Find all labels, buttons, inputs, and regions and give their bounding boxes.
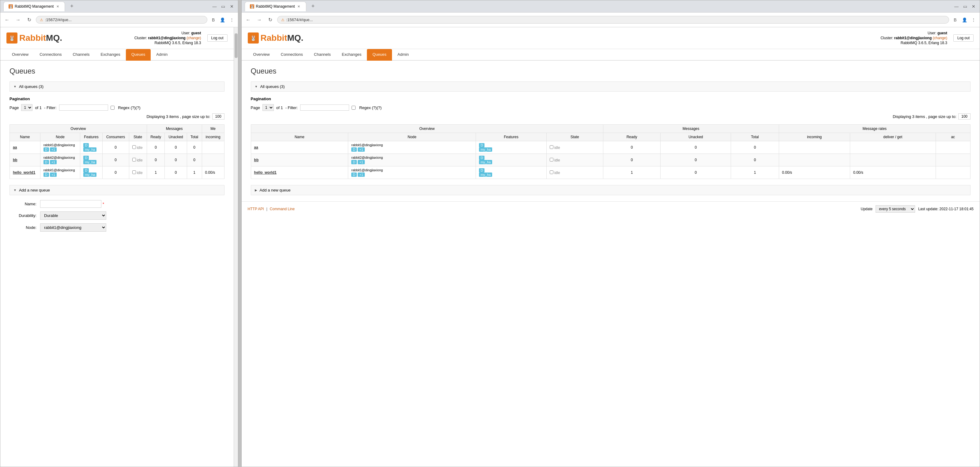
left-nav-queues[interactable]: Queues [126, 49, 151, 61]
right-th-unacked: Unacked [660, 133, 731, 141]
left-name-label: Name: [10, 202, 40, 206]
right-queue-name-hello[interactable]: hello_world1 [254, 171, 277, 175]
right-http-api-link[interactable]: HTTP API [248, 207, 264, 211]
left-node-label: Node: [10, 225, 40, 230]
left-tab[interactable]: 🐰 RabbitMQ Management ✕ [3, 2, 65, 11]
left-durable-select[interactable]: Durable Transient [40, 212, 106, 220]
left-new-tab[interactable]: + [67, 2, 76, 11]
right-page-select[interactable]: 1 [262, 104, 274, 111]
left-regex-checkbox[interactable] [111, 106, 115, 110]
right-user-info: User: guest Cluster: rabbit1@dingjiaxion… [880, 31, 947, 45]
left-state-check-bb[interactable] [132, 158, 136, 161]
right-settings-icon[interactable]: ⋮ [970, 16, 977, 24]
back-btn[interactable]: ← [3, 16, 11, 24]
left-url: :15672/#/que... [45, 18, 204, 22]
right-translate-icon[interactable]: B [951, 16, 959, 24]
left-page-select[interactable]: 1 [21, 104, 32, 111]
left-th-incoming: incoming [202, 133, 224, 141]
right-profile-icon[interactable]: 👤 [961, 16, 968, 24]
right-nav-overview[interactable]: Overview [248, 49, 275, 61]
left-nav-connections[interactable]: Connections [34, 49, 67, 61]
refresh-btn[interactable]: ↻ [25, 16, 33, 24]
right-forward-btn[interactable]: → [255, 16, 264, 24]
left-scrollbar[interactable] [234, 27, 238, 467]
left-state-check-aa[interactable] [132, 145, 136, 149]
right-state-check-hello[interactable] [550, 171, 554, 174]
left-state-check-hello[interactable] [132, 171, 136, 174]
left-nav-overview[interactable]: Overview [6, 49, 34, 61]
right-nav-channels[interactable]: Channels [309, 49, 336, 61]
left-node-select[interactable]: rabbit1@dingjiaxiong rabbit2@dingjiaxion… [40, 223, 106, 232]
left-logout-btn[interactable]: Log out [207, 34, 228, 41]
left-durable-label: Durability: [10, 213, 40, 218]
right-minimize-btn[interactable]: — [953, 3, 959, 10]
left-cluster-line: Cluster: rabbit1@dingjiaxiong (change) [134, 36, 201, 40]
left-address-bar[interactable]: ⚠ :15672/#/que... [36, 16, 207, 24]
right-queue-name-bb[interactable]: bb [254, 158, 259, 162]
right-new-tab[interactable]: + [309, 2, 317, 11]
maximize-btn[interactable]: ▭ [220, 3, 226, 10]
left-filter-input[interactable] [59, 105, 108, 111]
right-state-check-bb[interactable] [550, 158, 554, 161]
right-nav-exchanges[interactable]: Exchanges [336, 49, 367, 61]
right-change-link[interactable]: (change) [933, 36, 947, 40]
right-th-features: Features [476, 133, 546, 141]
forward-btn[interactable]: → [14, 16, 22, 24]
right-command-line-link[interactable]: Command Line [270, 207, 294, 211]
right-regex-checkbox[interactable] [352, 106, 356, 110]
right-incoming-aa [779, 141, 850, 154]
left-nav-exchanges[interactable]: Exchanges [95, 49, 126, 61]
left-change-link[interactable]: (change) [186, 36, 201, 40]
left-queue-name-hello[interactable]: hello_world1 [13, 171, 35, 175]
right-tab-close[interactable]: ✕ [297, 4, 301, 9]
left-total-aa: 0 [187, 141, 202, 154]
right-queue-name-aa[interactable]: aa [254, 145, 258, 150]
right-back-btn[interactable]: ← [244, 16, 253, 24]
right-tag-plus-hello: +1 [358, 172, 365, 177]
right-nav-queues[interactable]: Queues [367, 49, 392, 61]
left-queue-name-aa[interactable]: aa [13, 145, 17, 150]
right-all-queues-header[interactable]: ▼ All queues (3) [251, 81, 970, 92]
left-filter-label: - Filter: [44, 105, 56, 110]
right-page-size-input[interactable] [958, 113, 970, 120]
left-page-size-input[interactable] [212, 113, 224, 120]
right-tab[interactable]: 🐰 RabbitMQ Management ✕ [245, 2, 306, 11]
left-nav-admin[interactable]: Admin [151, 49, 173, 61]
right-refresh-btn[interactable]: ↻ [266, 16, 275, 24]
left-name-input[interactable] [40, 200, 101, 208]
right-update-select[interactable]: every 5 seconds every 10 seconds every 3… [875, 205, 915, 213]
right-add-queue-header[interactable]: ▶ Add a new queue [251, 185, 970, 195]
right-state-hello: idle [546, 166, 603, 179]
right-bottom-links: HTTP API | Command Line [248, 207, 295, 211]
left-th-consumers: Consumers [102, 133, 129, 141]
right-state-check-aa[interactable] [550, 145, 554, 149]
left-page-content: 🐰 RabbitMQ. User: guest Cluster: rabbit1… [0, 27, 234, 467]
left-th-features: Features [80, 133, 102, 141]
left-nav-channels[interactable]: Channels [67, 49, 95, 61]
left-th-name: Name [10, 133, 40, 141]
right-logout-btn[interactable]: Log out [953, 34, 974, 41]
left-add-queue-header[interactable]: ▼ Add a new queue [10, 185, 224, 195]
close-btn[interactable]: ✕ [229, 3, 235, 10]
right-close-btn[interactable]: ✕ [970, 3, 977, 10]
right-th-deliver: deliver / get [850, 133, 935, 141]
left-total-bb: 0 [187, 154, 202, 166]
right-pagination-label: Pagination [251, 97, 970, 101]
translate-icon[interactable]: B [210, 16, 217, 24]
left-all-queues-label: All queues (3) [19, 84, 43, 89]
right-address-bar[interactable]: ⚠ :15674/#/que... [277, 16, 949, 24]
right-total-bb: 0 [731, 154, 779, 166]
left-queue-name-bb[interactable]: bb [13, 158, 18, 162]
right-filter-input[interactable] [300, 105, 349, 111]
right-maximize-btn[interactable]: ▭ [962, 3, 968, 10]
left-all-queues-header[interactable]: ▼ All queues (3) [10, 81, 224, 92]
right-nav-connections[interactable]: Connections [275, 49, 309, 61]
right-nav-admin[interactable]: Admin [392, 49, 414, 61]
profile-icon[interactable]: 👤 [219, 16, 226, 24]
left-row-bb: bb rabbit2@dingjiaxiong D +1 D my_ha [10, 154, 224, 166]
left-logo-icon: 🐰 [6, 32, 18, 43]
settings-icon[interactable]: ⋮ [228, 16, 235, 24]
left-tab-close[interactable]: ✕ [56, 4, 60, 9]
minimize-btn[interactable]: — [212, 3, 218, 10]
left-th-messages: Messages [147, 125, 202, 133]
